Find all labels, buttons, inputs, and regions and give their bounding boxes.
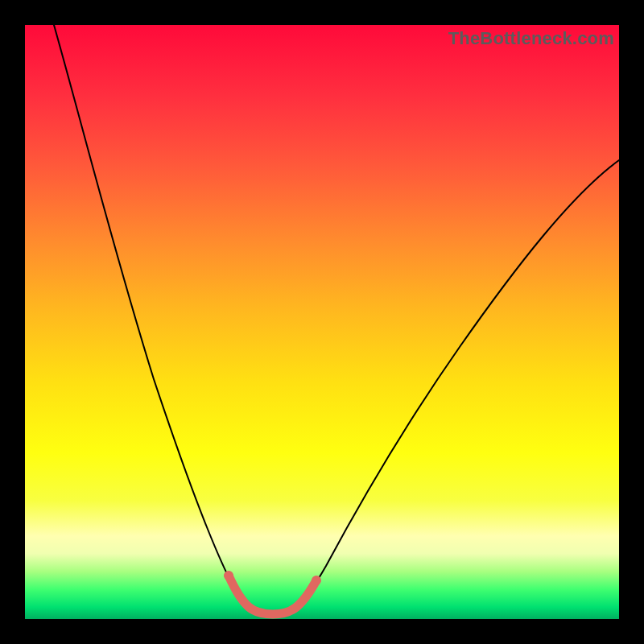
- highlight-segment: [229, 576, 316, 614]
- highlight-start-dot: [224, 571, 233, 580]
- chart-frame: TheBottleneck.com: [0, 0, 644, 644]
- bottleneck-curve: [54, 25, 619, 614]
- plot-area: TheBottleneck.com: [25, 25, 619, 619]
- highlight-end-dot: [312, 576, 321, 585]
- curve-svg: [25, 25, 619, 619]
